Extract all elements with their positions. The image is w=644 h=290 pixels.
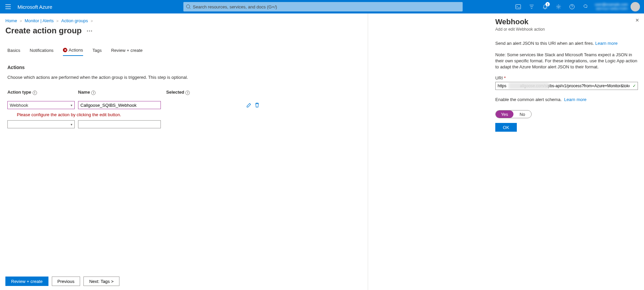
previous-button[interactable]: Previous <box>52 277 80 286</box>
chevron-right-icon: > <box>57 19 59 23</box>
filter-icon[interactable] <box>525 0 538 13</box>
chevron-down-icon: ▾ <box>71 103 72 107</box>
brand-label[interactable]: Microsoft Azure <box>16 4 66 10</box>
svg-point-2 <box>558 6 560 8</box>
tab-review[interactable]: Review + create <box>111 47 143 56</box>
more-icon[interactable]: ⋯ <box>86 27 93 34</box>
search-input[interactable] <box>193 4 460 9</box>
action-name-input[interactable] <box>78 120 161 128</box>
learn-more-link[interactable]: Learn more <box>564 97 586 102</box>
col-name: Namei <box>78 90 162 95</box>
tab-notifications[interactable]: Notifications <box>30 47 53 56</box>
help-icon[interactable] <box>565 0 579 13</box>
schema-label-row: Enable the common alert schema. Learn mo… <box>495 97 638 103</box>
chevron-right-icon: > <box>91 19 93 23</box>
account-directory: DEFAULT DIRECTORY <box>595 7 628 11</box>
breadcrumb-monitor[interactable]: Monitor | Alerts <box>25 18 53 23</box>
top-bar: Microsoft Azure 1 user@example.com DEFAU… <box>0 0 644 13</box>
review-create-button[interactable]: Review + create <box>5 277 48 286</box>
uri-label: URI * <box>495 75 638 80</box>
panel-title: Webhook <box>495 18 638 26</box>
learn-more-link[interactable]: Learn more <box>595 41 617 46</box>
hamburger-menu[interactable] <box>0 0 16 13</box>
edit-icon[interactable] <box>246 102 252 108</box>
next-button[interactable]: Next: Tags > <box>83 277 119 286</box>
notifications-icon[interactable]: 1 <box>538 0 552 13</box>
tab-basics[interactable]: Basics <box>7 47 20 56</box>
account-email: user@example.com <box>595 2 628 7</box>
obscured-region <box>509 83 549 89</box>
action-name-input[interactable] <box>78 101 161 109</box>
chevron-right-icon: > <box>20 19 22 23</box>
webhook-panel: ✕ Webhook Add or edit Webhook action Sen… <box>489 13 644 290</box>
notification-badge: 1 <box>545 2 550 6</box>
page-title: Create action group <box>5 26 82 35</box>
panel-subtitle: Add or edit Webhook action <box>495 27 638 32</box>
breadcrumb-actiongroups[interactable]: Action groups <box>61 18 88 23</box>
action-type-select[interactable]: ▾ <box>7 120 75 128</box>
panel-divider <box>368 13 368 290</box>
breadcrumb-home[interactable]: Home <box>5 18 17 23</box>
account-area[interactable]: user@example.com DEFAULT DIRECTORY <box>592 2 643 11</box>
svg-point-0 <box>186 5 190 8</box>
panel-desc2: Note: Some services like Slack and Micro… <box>495 52 638 70</box>
check-icon: ✓ <box>633 84 636 88</box>
feedback-icon[interactable] <box>579 0 592 13</box>
global-search[interactable] <box>183 2 463 11</box>
error-icon: ✕ <box>63 48 67 52</box>
menu-icon <box>5 4 11 9</box>
settings-icon[interactable] <box>552 0 565 13</box>
toggle-yes[interactable]: Yes <box>496 110 513 118</box>
info-icon[interactable]: i <box>91 91 96 95</box>
col-action-type: Action typei <box>7 90 78 95</box>
footer-actions: Review + create Previous Next: Tags > <box>5 277 119 286</box>
col-selected: Selectedi <box>162 90 229 95</box>
tab-actions[interactable]: ✕ Actions <box>63 47 83 56</box>
delete-icon[interactable] <box>254 102 260 108</box>
info-icon[interactable]: i <box>33 91 37 95</box>
avatar[interactable] <box>631 2 640 11</box>
ok-button[interactable]: OK <box>495 123 517 132</box>
svg-rect-1 <box>516 5 521 9</box>
chevron-down-icon: ▾ <box>71 123 72 126</box>
action-type-select[interactable]: Webhook ▾ <box>7 101 75 109</box>
schema-toggle[interactable]: Yes No <box>495 110 532 118</box>
close-icon[interactable]: ✕ <box>635 18 639 23</box>
tab-actions-label: Actions <box>69 47 83 53</box>
action-type-value: Webhook <box>10 103 28 108</box>
cloud-shell-icon[interactable] <box>511 0 525 13</box>
info-icon[interactable]: i <box>185 91 190 95</box>
toggle-no[interactable]: No <box>513 110 531 118</box>
search-icon <box>186 4 191 9</box>
panel-desc1: Send an alert JSON to this URI when an a… <box>495 40 638 46</box>
tab-tags[interactable]: Tags <box>93 47 102 56</box>
